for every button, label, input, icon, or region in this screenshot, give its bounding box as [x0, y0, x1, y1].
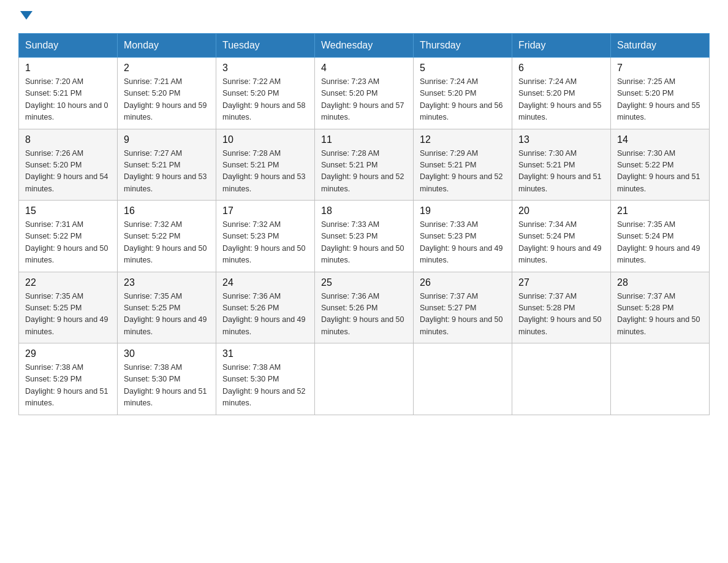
day-info: Sunrise: 7:38 AMSunset: 5:29 PMDaylight:… [25, 362, 111, 410]
calendar-cell: 18Sunrise: 7:33 AMSunset: 5:23 PMDayligh… [315, 201, 414, 272]
calendar-header-row: SundayMondayTuesdayWednesdayThursdayFrid… [19, 34, 710, 58]
day-number: 9 [124, 134, 210, 145]
day-number: 12 [420, 134, 506, 145]
day-number: 6 [518, 63, 604, 74]
day-info: Sunrise: 7:35 AMSunset: 5:25 PMDaylight:… [25, 291, 111, 339]
day-number: 16 [124, 205, 210, 216]
calendar-cell: 10Sunrise: 7:28 AMSunset: 5:21 PMDayligh… [216, 129, 315, 201]
calendar-cell: 30Sunrise: 7:38 AMSunset: 5:30 PMDayligh… [118, 343, 216, 415]
day-info: Sunrise: 7:21 AMSunset: 5:20 PMDaylight:… [124, 76, 210, 124]
day-info: Sunrise: 7:37 AMSunset: 5:28 PMDaylight:… [617, 291, 703, 339]
column-header-sunday: Sunday [19, 34, 118, 58]
calendar-cell: 7Sunrise: 7:25 AMSunset: 5:20 PMDaylight… [611, 58, 710, 129]
day-number: 17 [222, 205, 308, 216]
calendar-cell: 25Sunrise: 7:36 AMSunset: 5:26 PMDayligh… [315, 272, 414, 343]
day-number: 18 [321, 205, 407, 216]
day-info: Sunrise: 7:30 AMSunset: 5:21 PMDaylight:… [518, 148, 604, 196]
calendar-cell: 13Sunrise: 7:30 AMSunset: 5:21 PMDayligh… [512, 129, 611, 201]
column-header-thursday: Thursday [414, 34, 512, 58]
logo-triangle-icon [20, 11, 32, 20]
day-number: 23 [124, 277, 210, 288]
day-info: Sunrise: 7:30 AMSunset: 5:22 PMDaylight:… [617, 148, 703, 196]
day-info: Sunrise: 7:31 AMSunset: 5:22 PMDaylight:… [25, 219, 111, 267]
calendar-cell: 2Sunrise: 7:21 AMSunset: 5:20 PMDaylight… [118, 58, 216, 129]
calendar-cell: 31Sunrise: 7:38 AMSunset: 5:30 PMDayligh… [216, 343, 315, 415]
day-info: Sunrise: 7:32 AMSunset: 5:22 PMDaylight:… [124, 219, 210, 267]
day-info: Sunrise: 7:23 AMSunset: 5:20 PMDaylight:… [321, 76, 407, 124]
day-info: Sunrise: 7:28 AMSunset: 5:21 PMDaylight:… [222, 148, 308, 196]
day-info: Sunrise: 7:32 AMSunset: 5:23 PMDaylight:… [222, 219, 308, 267]
calendar-cell [512, 343, 611, 415]
column-header-friday: Friday [512, 34, 611, 58]
calendar-cell: 17Sunrise: 7:32 AMSunset: 5:23 PMDayligh… [216, 201, 315, 272]
page-header [18, 12, 710, 21]
day-number: 28 [617, 277, 703, 288]
calendar-cell: 26Sunrise: 7:37 AMSunset: 5:27 PMDayligh… [414, 272, 512, 343]
calendar-cell: 11Sunrise: 7:28 AMSunset: 5:21 PMDayligh… [315, 129, 414, 201]
day-number: 19 [420, 205, 506, 216]
day-info: Sunrise: 7:34 AMSunset: 5:24 PMDaylight:… [518, 219, 604, 267]
day-info: Sunrise: 7:35 AMSunset: 5:24 PMDaylight:… [617, 219, 703, 267]
day-info: Sunrise: 7:24 AMSunset: 5:20 PMDaylight:… [420, 76, 506, 124]
calendar-cell: 14Sunrise: 7:30 AMSunset: 5:22 PMDayligh… [611, 129, 710, 201]
day-number: 8 [25, 134, 111, 145]
calendar-week-row: 1Sunrise: 7:20 AMSunset: 5:21 PMDaylight… [19, 58, 710, 129]
calendar-cell: 29Sunrise: 7:38 AMSunset: 5:29 PMDayligh… [19, 343, 118, 415]
column-header-monday: Monday [118, 34, 216, 58]
day-info: Sunrise: 7:33 AMSunset: 5:23 PMDaylight:… [321, 219, 407, 267]
day-number: 15 [25, 205, 111, 216]
calendar-cell: 27Sunrise: 7:37 AMSunset: 5:28 PMDayligh… [512, 272, 611, 343]
day-number: 2 [124, 63, 210, 74]
day-info: Sunrise: 7:25 AMSunset: 5:20 PMDaylight:… [617, 76, 703, 124]
calendar-cell: 15Sunrise: 7:31 AMSunset: 5:22 PMDayligh… [19, 201, 118, 272]
day-number: 14 [617, 134, 703, 145]
day-number: 24 [222, 277, 308, 288]
day-number: 29 [25, 348, 111, 359]
day-number: 4 [321, 63, 407, 74]
day-info: Sunrise: 7:26 AMSunset: 5:20 PMDaylight:… [25, 148, 111, 196]
day-info: Sunrise: 7:38 AMSunset: 5:30 PMDaylight:… [124, 362, 210, 410]
calendar-cell: 9Sunrise: 7:27 AMSunset: 5:21 PMDaylight… [118, 129, 216, 201]
day-info: Sunrise: 7:20 AMSunset: 5:21 PMDaylight:… [25, 76, 111, 124]
calendar-cell: 28Sunrise: 7:37 AMSunset: 5:28 PMDayligh… [611, 272, 710, 343]
calendar-cell: 5Sunrise: 7:24 AMSunset: 5:20 PMDaylight… [414, 58, 512, 129]
day-number: 10 [222, 134, 308, 145]
day-info: Sunrise: 7:29 AMSunset: 5:21 PMDaylight:… [420, 148, 506, 196]
column-header-wednesday: Wednesday [315, 34, 414, 58]
day-number: 20 [518, 205, 604, 216]
day-info: Sunrise: 7:24 AMSunset: 5:20 PMDaylight:… [518, 76, 604, 124]
calendar-cell [611, 343, 710, 415]
day-number: 30 [124, 348, 210, 359]
day-info: Sunrise: 7:35 AMSunset: 5:25 PMDaylight:… [124, 291, 210, 339]
day-number: 31 [222, 348, 308, 359]
day-number: 25 [321, 277, 407, 288]
day-info: Sunrise: 7:36 AMSunset: 5:26 PMDaylight:… [222, 291, 308, 339]
day-number: 27 [518, 277, 604, 288]
day-info: Sunrise: 7:22 AMSunset: 5:20 PMDaylight:… [222, 76, 308, 124]
day-number: 21 [617, 205, 703, 216]
calendar-cell: 20Sunrise: 7:34 AMSunset: 5:24 PMDayligh… [512, 201, 611, 272]
calendar-cell: 8Sunrise: 7:26 AMSunset: 5:20 PMDaylight… [19, 129, 118, 201]
calendar-week-row: 29Sunrise: 7:38 AMSunset: 5:29 PMDayligh… [19, 343, 710, 415]
day-number: 5 [420, 63, 506, 74]
day-info: Sunrise: 7:36 AMSunset: 5:26 PMDaylight:… [321, 291, 407, 339]
calendar-week-row: 8Sunrise: 7:26 AMSunset: 5:20 PMDaylight… [19, 129, 710, 201]
calendar-cell: 4Sunrise: 7:23 AMSunset: 5:20 PMDaylight… [315, 58, 414, 129]
calendar-week-row: 22Sunrise: 7:35 AMSunset: 5:25 PMDayligh… [19, 272, 710, 343]
day-number: 7 [617, 63, 703, 74]
calendar-cell: 23Sunrise: 7:35 AMSunset: 5:25 PMDayligh… [118, 272, 216, 343]
day-info: Sunrise: 7:33 AMSunset: 5:23 PMDaylight:… [420, 219, 506, 267]
calendar-week-row: 15Sunrise: 7:31 AMSunset: 5:22 PMDayligh… [19, 201, 710, 272]
day-number: 1 [25, 63, 111, 74]
day-info: Sunrise: 7:37 AMSunset: 5:27 PMDaylight:… [420, 291, 506, 339]
calendar-cell: 6Sunrise: 7:24 AMSunset: 5:20 PMDaylight… [512, 58, 611, 129]
calendar-cell: 16Sunrise: 7:32 AMSunset: 5:22 PMDayligh… [118, 201, 216, 272]
calendar-cell: 12Sunrise: 7:29 AMSunset: 5:21 PMDayligh… [414, 129, 512, 201]
day-info: Sunrise: 7:28 AMSunset: 5:21 PMDaylight:… [321, 148, 407, 196]
calendar-cell: 21Sunrise: 7:35 AMSunset: 5:24 PMDayligh… [611, 201, 710, 272]
day-info: Sunrise: 7:38 AMSunset: 5:30 PMDaylight:… [222, 362, 308, 410]
calendar-cell: 3Sunrise: 7:22 AMSunset: 5:20 PMDaylight… [216, 58, 315, 129]
day-number: 11 [321, 134, 407, 145]
day-info: Sunrise: 7:27 AMSunset: 5:21 PMDaylight:… [124, 148, 210, 196]
calendar-cell [414, 343, 512, 415]
